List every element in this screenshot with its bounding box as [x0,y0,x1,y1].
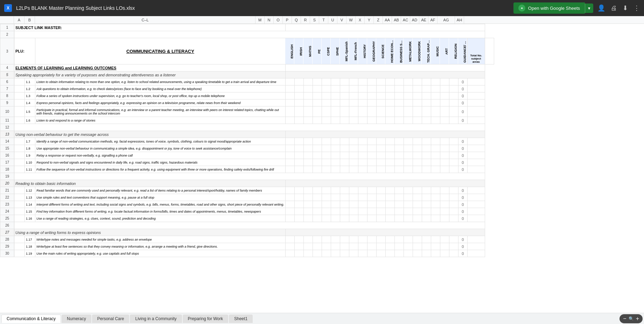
row-num-3: 3 [0,38,14,64]
zoom-bar: − 🔍 + [620,314,643,323]
tab-communication-literacy[interactable]: Communication & Literacy [1,315,61,323]
subj-art: ART [440,38,449,64]
col-ag[interactable]: AG [438,16,455,23]
col-b-header[interactable]: B [24,16,35,23]
c6-e[interactable] [285,78,294,85]
row2-empty [14,31,485,38]
col-p[interactable]: P [283,16,292,23]
file-name: L2LPs BLANK Master Planning Subject Link… [16,5,509,11]
row4-subj [285,64,485,71]
col-aa[interactable]: AA [383,16,392,23]
section3-label: Reading to obtain basic information [14,180,286,187]
col-n[interactable]: N [265,16,274,23]
row-11: 11 1.6 Listen to and respond to a range … [0,117,494,124]
col-w[interactable]: W [346,16,356,23]
subj-woodwork: WOODWORK [413,38,422,64]
col-u[interactable]: U [328,16,337,23]
row-6: 6 1.1 Listen to obtain information relat… [0,78,494,85]
tab-numeracy[interactable]: Numeracy [62,315,91,323]
row-14: 14 1.7 Identify a range of non-verbal co… [0,138,494,145]
col-ac[interactable]: AC [401,16,410,23]
col-m[interactable]: M [255,16,265,23]
subj-geography: GEOGRAPHY [367,38,376,64]
col-r[interactable]: R [301,16,310,23]
row-28: 28 1.17 Write/type notes and messages ne… [0,236,494,243]
subj-history: HISTORY [358,38,367,64]
row-10: 10 1.5 Participate in practical, formal … [0,106,494,117]
tab-sheet1[interactable]: Sheet1 [229,315,253,323]
open-sheets-label: Open with Google Sheets [528,6,580,11]
col-ab[interactable]: AB [392,16,401,23]
row-num-header [0,16,14,23]
section2-label: Using non-verbal behaviour to get the me… [14,131,286,138]
subj-cspe: CSPE [322,38,331,64]
subj-metalwork: METALWORK [404,38,413,64]
zoom-out-button[interactable]: − [623,316,626,322]
row-num-1: 1 [0,24,14,31]
subj-science: SCIENCE [376,38,385,64]
row-24: 24 1.15 Find key information from differ… [0,208,494,215]
row-27: 27 Using a range of writing forms to exp… [0,229,494,236]
col-y[interactable]: Y [365,16,374,23]
row-30: 30 1.19 Use the main rules of writing ap… [0,250,494,257]
subj-religion: RELIGION [449,38,458,64]
print-icon[interactable]: 🖨 [611,5,617,12]
subj-guidance: GUIDANCE/ WELL BEING [458,38,467,64]
col-v[interactable]: V [337,16,346,23]
col-t[interactable]: T [319,16,328,23]
open-with-sheets-button[interactable]: ✦ Open with Google Sheets [513,2,585,14]
row-13: 13 Using non-verbal behaviour to get the… [0,131,494,138]
sheet-scroll[interactable]: 1 SUBJECT LINK MASTER: 2 3 PLU: COMMUNIC… [0,24,644,313]
elements-label: ELEMENTS OF LEARNING and LEARNING OUTCOM… [14,64,286,71]
subj-music: MUSIC [431,38,440,64]
row-2: 2 [0,31,494,38]
more-options-icon[interactable]: ⋮ [634,4,640,12]
row-25: 25 1.16 Use a range of reading strategie… [0,215,494,222]
col-ad[interactable]: AD [410,16,419,23]
col-ah[interactable]: AH [455,16,464,23]
row-5: 5 Speaking appropriately for a variety o… [0,71,494,78]
subj-english: ENGLISH [285,38,294,64]
col-ae[interactable]: AE [419,16,428,23]
total-no-header: Total No. subject areas [467,38,485,64]
tab-bar: Communication & Literacy Numeracy Person… [0,313,644,324]
col-z[interactable]: Z [374,16,383,23]
subj-tech-graphics: TECH. GRAPHICS [422,38,431,64]
tab-personal-care[interactable]: Personal Care [92,315,130,323]
section4-label: Using a range of writing forms to expres… [14,229,286,236]
tab-preparing-for-work[interactable]: Preparing for Work [183,315,228,323]
account-icon[interactable]: 👤 [597,4,605,12]
sheets-icon: ✦ [518,5,525,12]
total-6: 0 [458,78,467,85]
col-q[interactable]: Q [292,16,301,23]
tab-living-in-community[interactable]: Living in a Community [130,315,182,323]
zoom-in-button[interactable]: + [636,316,639,322]
col-af[interactable]: AF [428,16,438,23]
subj-sphe: SPHE [331,38,340,64]
subj-mfl-spanish: MFL-Spanish [340,38,349,64]
row-16: 16 1.9 Relay a response or request non-v… [0,152,494,159]
open-sheets-dropdown-button[interactable]: ▾ [585,4,593,13]
row-18: 18 1.11 Follow the sequence of non-verba… [0,166,494,173]
row-29: 29 1.18 Write/type at least five sentenc… [0,243,494,250]
col-s[interactable]: S [310,16,319,23]
spreadsheet-table: 1 SUBJECT LINK MASTER: 2 3 PLU: COMMUNIC… [0,24,494,257]
row1-empty [285,24,485,31]
subj-home-ec: HOME ECONOMICS [385,38,394,64]
col-o[interactable]: O [274,16,283,23]
zoom-search-icon: 🔍 [629,316,634,321]
download-icon[interactable]: ⬇ [623,4,628,12]
row-7: 7 1.2 Ask questions to obtain informatio… [0,85,494,92]
cell-b6: 1.1 [25,78,35,85]
subject-link-master: SUBJECT LINK MASTER: [14,24,286,31]
plu-label: PLU: [14,38,35,64]
cell-a6 [14,78,25,85]
row-8: 8 1.3 Follow a series of spoken instruct… [0,92,494,99]
row5-subj [285,71,485,78]
col-x[interactable]: X [356,16,365,23]
col-cl-header[interactable]: C–L [35,16,255,23]
col-a-header[interactable]: A [14,16,24,23]
row-19: 19 [0,173,494,180]
row-3: 3 PLU: COMMUNICATING & LITERACY ENGLISH … [0,38,494,64]
row-num-5: 5 [0,71,14,78]
